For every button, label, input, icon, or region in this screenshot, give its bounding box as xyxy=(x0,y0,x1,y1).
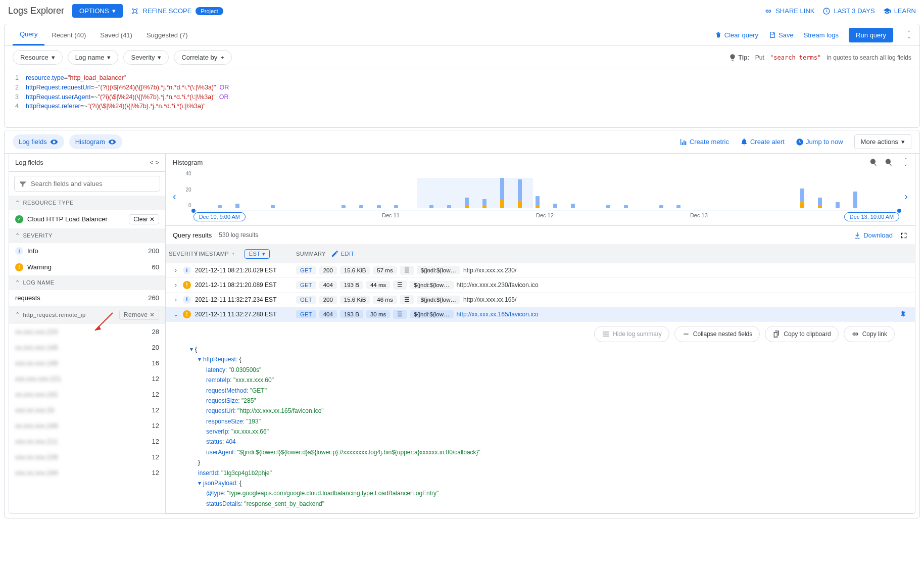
expand-toggle[interactable]: › xyxy=(169,281,183,289)
query-editor[interactable]: 1resource.type="http_load_balancer" 2htt… xyxy=(5,69,919,127)
jndi-snippet: ${jndi:${low… xyxy=(410,281,453,289)
ip-item[interactable]: xx.xxx.xxx.23328 xyxy=(9,324,165,340)
timerange-button[interactable]: LAST 3 DAYS xyxy=(822,7,874,15)
fullscreen-icon[interactable] xyxy=(900,231,908,240)
tab-query[interactable]: Query xyxy=(13,24,44,45)
tab-recent[interactable]: Recent (40) xyxy=(44,25,93,45)
request-url: http://xx.xxx.xx.230/ xyxy=(463,267,516,274)
link-icon xyxy=(764,7,772,15)
expand-toggle[interactable]: › xyxy=(169,267,183,274)
histogram-prev[interactable]: ‹ xyxy=(170,191,179,202)
jndi-snippet: ${jndi:${low… xyxy=(410,310,453,318)
size-pill: 15.6 KiB xyxy=(340,266,370,274)
severity-warning[interactable]: !Warning60 xyxy=(9,259,165,275)
copy-icon xyxy=(772,329,781,339)
log-row[interactable]: ›i2021-12-11 08:21:20.029 ESTGET20015.6 … xyxy=(166,263,915,278)
log-row[interactable]: ›i2021-12-11 11:32:27.234 ESTGET20015.6 … xyxy=(166,293,915,307)
filter-icon xyxy=(19,179,27,188)
section-logname[interactable]: ⌃LOG NAME xyxy=(9,275,165,290)
filter-correlate[interactable]: Correlate by + xyxy=(174,50,231,65)
sidebar-search[interactable] xyxy=(14,176,160,192)
ip-item[interactable]: xx.xxx.xxx.14620 xyxy=(9,340,165,355)
timestamp: 2021-12-11 11:32:27.280 EST xyxy=(195,311,296,318)
trace-icon[interactable]: ☰ xyxy=(400,295,414,304)
graduation-icon xyxy=(883,7,891,15)
expand-toggle[interactable]: ⌄ xyxy=(169,311,183,318)
collapse-fields-button[interactable]: Collapse nested fields xyxy=(674,326,760,342)
timezone-selector[interactable]: EST ▾ xyxy=(245,249,270,259)
expand-collapse-toggle[interactable]: ⌃⌄ xyxy=(904,158,908,167)
time-end-pill[interactable]: Dec 13, 10:00 AM xyxy=(844,212,899,221)
log-row[interactable]: ⌄!2021-12-11 11:32:27.280 ESTGET404193 B… xyxy=(166,307,915,322)
timestamp: 2021-12-11 08:21:20.089 EST xyxy=(195,281,296,289)
create-alert-button[interactable]: Create alert xyxy=(740,137,785,146)
clear-query-button[interactable]: Clear query xyxy=(714,31,758,39)
expand-collapse-toggle[interactable]: ⌃⌄ xyxy=(907,30,911,39)
ip-item[interactable]: xx.xxx.xxx.24212 xyxy=(9,387,165,402)
stream-logs-button[interactable]: Stream logs xyxy=(804,31,839,39)
options-button[interactable]: OPTIONS ▾ xyxy=(72,4,123,18)
ip-item[interactable]: xxx.xx.xxx.23912 xyxy=(9,449,165,465)
chart-icon xyxy=(679,137,688,146)
section-resource-type[interactable]: ⌃RESOURCE TYPE xyxy=(9,196,165,210)
section-severity[interactable]: ⌃SEVERITY xyxy=(9,228,165,243)
log-row[interactable]: ›!2021-12-11 08:21:20.089 ESTGET404193 B… xyxy=(166,278,915,293)
results-title: Query results xyxy=(173,231,212,239)
clear-resource-button[interactable]: Clear ✕ xyxy=(129,214,159,224)
logname-item[interactable]: requests260 xyxy=(9,290,165,306)
histogram-next[interactable]: › xyxy=(901,191,911,202)
sidebar-search-input[interactable] xyxy=(31,180,156,187)
refine-scope[interactable]: REFINE SCOPE Project xyxy=(131,7,223,15)
pin-icon[interactable] xyxy=(899,310,912,318)
download-button[interactable]: Download xyxy=(853,231,893,240)
trace-icon[interactable]: ☰ xyxy=(400,266,414,275)
more-actions-button[interactable]: More actions ▾ xyxy=(854,134,911,149)
logfields-chip[interactable]: Log fields xyxy=(13,134,64,149)
caret-down-icon: ▾ xyxy=(52,54,55,61)
size-pill: 193 B xyxy=(340,281,363,289)
filter-resource[interactable]: Resource ▾ xyxy=(13,50,63,65)
histogram-chip[interactable]: Histogram xyxy=(69,134,122,149)
collapse-icon xyxy=(682,329,690,339)
create-metric-button[interactable]: Create metric xyxy=(679,137,729,146)
ip-item[interactable]: xx.xxx.xxx.24912 xyxy=(9,418,165,434)
severity-info[interactable]: iInfo200 xyxy=(9,243,165,259)
hide-summary-button[interactable]: Hide log summary xyxy=(594,326,669,342)
info-icon: i xyxy=(15,247,23,255)
share-link-button[interactable]: SHARE LINK xyxy=(764,7,814,15)
ip-item[interactable]: xxx.xxx.xxx.22112 xyxy=(9,371,165,387)
trace-icon[interactable]: ☰ xyxy=(393,280,407,290)
tab-saved[interactable]: Saved (41) xyxy=(93,25,139,45)
time-start-pill[interactable]: Dec 10, 9:00 AM xyxy=(193,212,246,221)
edit-summary-button[interactable]: EDIT xyxy=(331,250,355,258)
ip-item[interactable]: xxx.xx.xxx.3312 xyxy=(9,402,165,418)
learn-button[interactable]: LEARN xyxy=(883,7,916,15)
info-icon: i xyxy=(183,266,191,274)
chevron-up-icon: ⌃ xyxy=(15,311,20,318)
ip-item[interactable]: xxx.xx.xxx.21112 xyxy=(9,434,165,449)
copy-link-button[interactable]: Copy link xyxy=(844,326,895,342)
caret-down-icon: ▾ xyxy=(112,7,116,15)
trace-icon[interactable]: ☰ xyxy=(393,310,407,319)
col-timestamp[interactable]: TIMESTAMP ↑ EST ▾ xyxy=(192,245,293,263)
scope-icon xyxy=(131,7,139,15)
ip-item[interactable]: xxx.xx.xxx.24412 xyxy=(9,465,165,481)
expand-arrows-icon[interactable]: < > xyxy=(150,159,159,166)
caret-down-icon: ▾ xyxy=(901,138,905,146)
expand-toggle[interactable]: › xyxy=(169,296,183,303)
filter-logname[interactable]: Log name ▾ xyxy=(68,50,119,65)
copy-clipboard-button[interactable]: Copy to clipboard xyxy=(765,326,838,342)
resource-item[interactable]: ✓Cloud HTTP Load BalancerClear ✕ xyxy=(9,210,165,228)
expanded-log-entry: Hide log summary Collapse nested fields … xyxy=(166,322,915,514)
histogram-chart[interactable]: 40200 Dec 10, 9:00 AM Dec 11 Dec 12 Dec … xyxy=(179,171,902,221)
jump-to-now-button[interactable]: Jump to now xyxy=(796,137,843,146)
save-query-button[interactable]: Save xyxy=(768,31,794,39)
tab-suggested[interactable]: Suggested (7) xyxy=(139,25,195,45)
filter-severity[interactable]: Severity ▾ xyxy=(123,50,169,65)
section-remote-ip[interactable]: ⌃http_request.remote_ipRemove ✕ xyxy=(9,306,165,324)
zoom-out-icon[interactable] xyxy=(869,158,878,167)
ip-item[interactable]: xxx.xx.xxx.14916 xyxy=(9,355,165,371)
zoom-in-icon[interactable] xyxy=(885,158,893,167)
run-query-button[interactable]: Run query xyxy=(849,28,893,42)
remove-field-button[interactable]: Remove ✕ xyxy=(119,310,159,320)
